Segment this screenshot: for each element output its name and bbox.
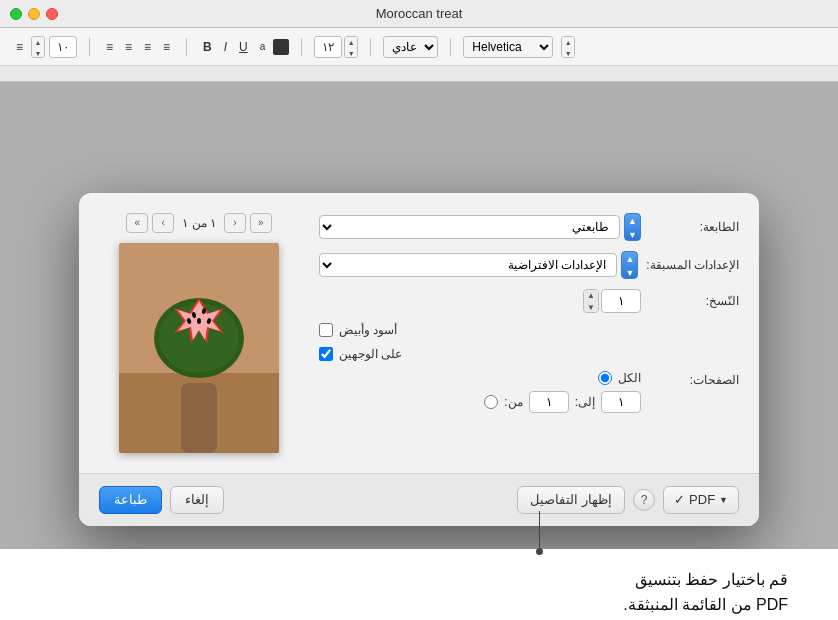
pdf-arrow-icon: ▼: [719, 495, 728, 505]
dialog-footer: طباعة إلغاء إظهار التفاصيل ? ✓ PDF ▼: [79, 473, 759, 526]
pdf-label: PDF: [689, 492, 715, 507]
list-group: ≡ ▲ ▼: [12, 36, 77, 58]
maximize-button[interactable]: [10, 8, 22, 20]
sep4: [370, 38, 371, 56]
copies-stepper[interactable]: ▲ ▼: [583, 289, 599, 313]
pdf-button[interactable]: ✓ PDF ▼: [663, 486, 739, 514]
copies-row: النّسخ: ▲ ▼: [319, 289, 739, 313]
next-page-button[interactable]: ›: [224, 213, 246, 233]
ruler: [0, 66, 838, 82]
footer-right: إظهار التفاصيل ? ✓ PDF ▼: [517, 486, 739, 514]
presets-control: ▲ ▼ الإعدادات الافتراضية: [319, 251, 638, 279]
bold-button[interactable]: B: [199, 38, 216, 56]
sep2: [186, 38, 187, 56]
preview-panel: « ‹ ١ من ١ › »: [99, 213, 299, 453]
print-options: الطابعة: ▲ ▼ طابعتي: [319, 213, 739, 453]
sep1: [89, 38, 90, 56]
preview-image: [119, 243, 279, 453]
prev-page-button[interactable]: ‹: [152, 213, 174, 233]
callout-text-line1: قم باختيار حفظ بتنسيق: [50, 567, 788, 593]
dialog-content: الطابعة: ▲ ▼ طابعتي: [79, 193, 759, 473]
callout-line: [539, 511, 540, 549]
duplex-checkbox[interactable]: [319, 347, 333, 361]
font-select[interactable]: Helvetica: [463, 36, 553, 58]
duplex-row: على الوجهين: [319, 347, 739, 361]
range-pages-row: إلى: من:: [484, 391, 641, 413]
dialog-overlay: الطابعة: ▲ ▼ طابعتي: [0, 82, 838, 620]
presets-stepper[interactable]: ▲ ▼: [621, 251, 638, 279]
print-button[interactable]: طباعة: [99, 486, 162, 514]
printer-stepper[interactable]: ▲ ▼: [624, 213, 641, 241]
callout-line-container: [536, 511, 543, 555]
presets-label: الإعدادات المسبقة:: [646, 258, 739, 272]
pages-options: الكل إلى: من:: [484, 371, 641, 413]
page-count: ١ من ١: [178, 216, 220, 230]
svg-point-10: [197, 318, 201, 324]
show-details-button[interactable]: إظهار التفاصيل: [517, 486, 625, 514]
underline-button[interactable]: U: [235, 38, 252, 56]
justify-button[interactable]: ≡: [159, 38, 174, 56]
callout-area: قم باختيار حفظ بتنسيق PDF من القائمة الم…: [0, 549, 838, 620]
printer-row: الطابعة: ▲ ▼ طابعتي: [319, 213, 739, 241]
list-button[interactable]: ≡: [12, 38, 27, 56]
presets-select[interactable]: الإعدادات الافتراضية: [319, 253, 617, 277]
print-dialog: الطابعة: ▲ ▼ طابعتي: [79, 193, 759, 526]
page-nav: « ‹ ١ من ١ › »: [126, 213, 272, 233]
page-preview: [119, 243, 279, 453]
traffic-lights: [10, 8, 58, 20]
bw-checkbox[interactable]: [319, 323, 333, 337]
list-number-input[interactable]: [49, 36, 77, 58]
align-right-button[interactable]: ≡: [102, 38, 117, 56]
presets-row: الإعدادات المسبقة: ▲ ▼ الإعدادات الافترا…: [319, 251, 739, 279]
document-background: الطابعة: ▲ ▼ طابعتي: [0, 82, 838, 620]
printer-select[interactable]: طابعتي: [319, 215, 620, 239]
color-button[interactable]: [273, 39, 289, 55]
copies-label: النّسخ:: [649, 294, 739, 308]
main-area: الطابعة: ▲ ▼ طابعتي: [0, 82, 838, 620]
range-from-input[interactable]: [529, 391, 569, 413]
duplex-label: على الوجهين: [339, 347, 402, 361]
first-page-button[interactable]: «: [126, 213, 148, 233]
printer-label: الطابعة:: [649, 220, 739, 234]
all-pages-label: الكل: [618, 371, 641, 385]
italic-button[interactable]: I: [220, 38, 231, 56]
last-page-button[interactable]: »: [250, 213, 272, 233]
all-pages-radio[interactable]: [598, 371, 612, 385]
toolbar: ≡ ▲ ▼ ≡ ≡ ≡ ≡ B I U a ▲ ▼ عادي Helvetica…: [0, 28, 838, 66]
range-inputs: إلى: من:: [504, 391, 641, 413]
close-button[interactable]: [46, 8, 58, 20]
font-size-stepper[interactable]: ▲ ▼: [344, 36, 358, 58]
footer-left: طباعة إلغاء: [99, 486, 224, 514]
font-size-input[interactable]: [314, 36, 342, 58]
svg-rect-3: [181, 383, 217, 453]
sep5: [450, 38, 451, 56]
baseline-button[interactable]: a: [256, 39, 270, 54]
cancel-button[interactable]: إلغاء: [170, 486, 224, 514]
printer-control: ▲ ▼ طابعتي: [319, 213, 641, 241]
copies-stepper-input: ▲ ▼: [583, 289, 641, 313]
range-pages-radio[interactable]: [484, 395, 498, 409]
to-label: إلى:: [575, 395, 595, 409]
copies-input[interactable]: [601, 289, 641, 313]
minimize-button[interactable]: [28, 8, 40, 20]
title-bar: Moroccan treat: [0, 0, 838, 28]
font-stepper[interactable]: ▲ ▼: [561, 36, 575, 58]
range-to-input[interactable]: [601, 391, 641, 413]
style-select[interactable]: عادي: [383, 36, 438, 58]
bw-label: أسود وأبيض: [339, 323, 397, 337]
align-left-button[interactable]: ≡: [140, 38, 155, 56]
help-button[interactable]: ?: [633, 489, 655, 511]
callout-dot: [536, 548, 543, 555]
pages-label: الصفحات:: [649, 371, 739, 387]
pages-section: الصفحات: الكل إلى:: [319, 371, 739, 413]
align-group: ≡ ≡ ≡ ≡: [102, 38, 174, 56]
from-label: من:: [504, 395, 522, 409]
copies-control: ▲ ▼: [319, 289, 641, 313]
callout-text-line2: PDF من القائمة المنبثقة.: [50, 592, 788, 618]
pdf-checkmark-icon: ✓: [674, 492, 685, 507]
sep3: [301, 38, 302, 56]
window-title: Moroccan treat: [376, 6, 463, 21]
list-stepper[interactable]: ▲ ▼: [31, 36, 45, 58]
format-group: B I U a: [199, 38, 289, 56]
align-center-button[interactable]: ≡: [121, 38, 136, 56]
